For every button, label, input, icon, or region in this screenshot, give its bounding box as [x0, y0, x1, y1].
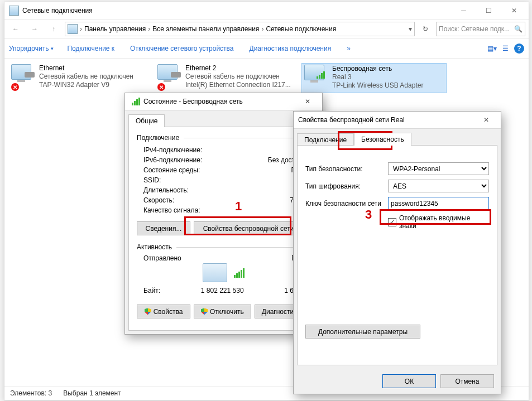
connection-status: Сетевой кабель не подключен — [39, 73, 151, 81]
dialog-title: Свойства беспроводной сети Real — [298, 116, 476, 124]
disabled-icon: ✕ — [157, 83, 165, 91]
connection-status: Real 3 — [332, 73, 444, 81]
command-bar: Упорядочить Подключение к Отключение сет… — [4, 38, 529, 59]
shield-icon — [201, 308, 208, 315]
connection-icon: ✕ — [11, 64, 36, 91]
address-bar[interactable]: › Панель управления › Все элементы панел… — [65, 22, 415, 36]
address-bar-row: ← → ↑ › Панель управления › Все элементы… — [4, 20, 529, 38]
encryption-label: Тип шифрования: — [305, 182, 384, 190]
window-title: Сетевые подключения — [22, 7, 451, 15]
dialog-titlebar: Свойства беспроводной сети Real ✕ — [294, 112, 501, 129]
search-icon: 🔍 — [514, 25, 523, 33]
activity-graphic — [137, 263, 310, 282]
tab-connection[interactable]: Подключение — [297, 133, 354, 146]
show-characters-checkbox[interactable]: ✓ Отображать вводимые знаки — [388, 214, 489, 230]
security-type-label: Тип безопасности: — [305, 165, 384, 173]
connection-name: Беспроводная сеть — [332, 65, 444, 73]
details-button[interactable]: Сведения... — [137, 221, 190, 235]
help-button[interactable]: ? — [514, 44, 524, 54]
window-titlebar: Сетевые подключения ─ ☐ ✕ — [4, 2, 529, 20]
disable-button[interactable]: Отключить — [194, 305, 251, 318]
close-icon[interactable]: ✕ — [298, 98, 318, 105]
view-list-button[interactable]: ☰ — [502, 45, 509, 52]
dialog-titlebar: Состояние - Беспроводная сеть ✕ — [125, 93, 322, 110]
refresh-button[interactable]: ↻ — [418, 25, 433, 33]
ok-button[interactable]: ОК — [382, 374, 436, 388]
organize-menu[interactable]: Упорядочить — [9, 45, 54, 52]
minimize-button[interactable]: ─ — [451, 3, 476, 19]
breadcrumb[interactable]: Сетевые подключения — [266, 25, 336, 33]
disabled-icon: ✕ — [11, 83, 19, 91]
shield-icon — [145, 308, 151, 315]
breadcrumb[interactable]: Панель управления — [84, 25, 146, 33]
dialog-title: Состояние - Беспроводная сеть — [143, 98, 298, 105]
forward-button[interactable]: → — [27, 22, 42, 36]
back-button[interactable]: ← — [8, 22, 23, 36]
path-icon — [68, 24, 78, 34]
connection-icon — [304, 65, 329, 91]
diagnose-button[interactable]: Диагностика подключения — [250, 45, 334, 52]
connect-to-button[interactable]: Подключение к — [67, 45, 117, 52]
up-button[interactable]: ↑ — [46, 22, 61, 36]
properties-button[interactable]: Свойства — [137, 305, 190, 318]
connection-name: Ethernet 2 — [185, 64, 297, 73]
app-icon — [9, 6, 19, 16]
status-count: Элементов: 3 — [10, 389, 52, 397]
search-box[interactable]: Поиск: Сетевые подк... 🔍 — [436, 22, 525, 36]
close-icon[interactable]: ✕ — [476, 116, 496, 124]
status-selection: Выбран 1 элемент — [63, 389, 121, 397]
connection-name: Ethernet — [39, 64, 151, 73]
connection-item-selected[interactable]: Беспроводная сеть Real 3 TP-Link Wireles… — [301, 63, 447, 93]
security-key-input[interactable] — [388, 197, 489, 210]
advanced-settings-button[interactable]: Дополнительные параметры — [305, 325, 420, 339]
breadcrumb[interactable]: Все элементы панели управления — [152, 25, 259, 33]
connection-status: Сетевой кабель не подключен — [185, 73, 297, 81]
disable-device-button[interactable]: Отключение сетевого устройства — [130, 45, 236, 52]
security-key-label: Ключ безопасности сети — [305, 200, 384, 207]
signal-icon — [132, 98, 140, 105]
search-placeholder: Поиск: Сетевые подк... — [439, 25, 510, 33]
view-icons-button[interactable]: ▤▾ — [487, 45, 497, 52]
security-type-select[interactable]: WPA2-Personal — [388, 162, 489, 175]
wireless-properties-dialog: Свойства беспроводной сети Real ✕ Подклю… — [293, 111, 501, 394]
tab-security[interactable]: Безопасность — [354, 133, 411, 146]
tab-content: Подключение IPv4-подключение:Ин IPv6-под… — [128, 127, 319, 331]
connection-item[interactable]: ✕ Ethernet Сетевой кабель не подключен T… — [9, 63, 153, 92]
wireless-properties-button[interactable]: Свойства беспроводной сети — [194, 221, 303, 235]
security-tab-content: Тип безопасности: WPA2-Personal Тип шифр… — [297, 145, 497, 365]
connection-device: Intel(R) Ethernet Connection I217... — [185, 81, 297, 89]
group-connection-label: Подключение — [137, 134, 179, 142]
connection-device: TAP-WIN32 Adapter V9 — [39, 81, 151, 89]
rename-button[interactable]: » — [347, 45, 352, 52]
cancel-button[interactable]: Отмена — [440, 374, 494, 388]
encryption-select[interactable]: AES — [388, 180, 489, 192]
maximize-button[interactable]: ☐ — [476, 3, 501, 19]
group-activity-label: Активность — [137, 243, 172, 251]
connection-item[interactable]: ✕ Ethernet 2 Сетевой кабель не подключен… — [155, 63, 299, 92]
bytes-sent: 1 802 221 530 — [160, 287, 284, 294]
close-button[interactable]: ✕ — [501, 3, 526, 19]
connection-device: TP-Link Wireless USB Adapter — [332, 81, 444, 90]
connection-icon: ✕ — [157, 64, 182, 91]
tab-general[interactable]: Общие — [128, 114, 165, 127]
